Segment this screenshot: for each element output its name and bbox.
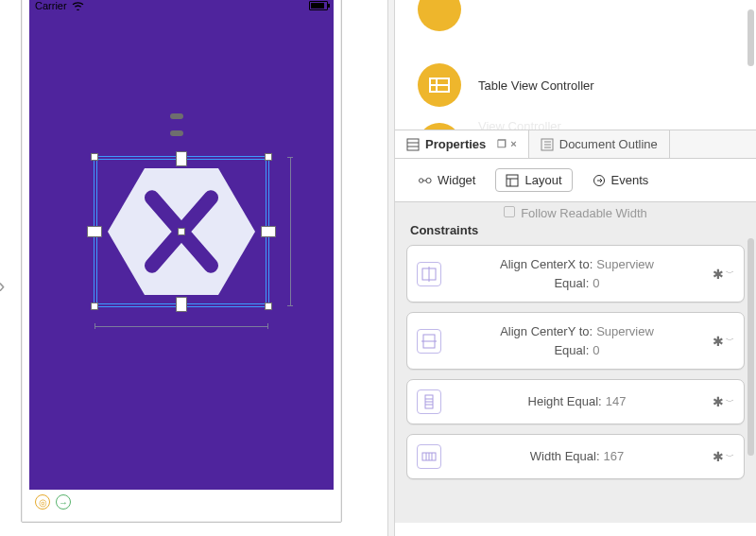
follow-label: Follow Readable Width	[521, 206, 647, 214]
subtab-widget[interactable]: Widget	[408, 168, 486, 192]
scene-dock: ◎ →	[29, 490, 334, 514]
device-screen[interactable]: Carrier	[29, 0, 334, 490]
inspector-tabs: Properties ❐ × Document Outline	[395, 130, 756, 159]
scrollbar[interactable]	[747, 238, 754, 515]
constraint-body: Height Equal:147	[451, 392, 703, 411]
resize-handle[interactable]	[176, 297, 187, 312]
library-item-label: Table View Controller	[478, 78, 594, 93]
carrier-label: Carrier	[35, 0, 67, 11]
nav-prev-arrow[interactable]: ›	[0, 274, 5, 299]
follow-readable-width-row[interactable]: Follow Readable Width	[406, 202, 745, 217]
device-frame: Carrier	[21, 0, 342, 523]
view-controller-icon	[418, 123, 461, 130]
tab-label: Properties	[425, 137, 486, 151]
exitpoint-icon[interactable]: →	[56, 494, 71, 510]
constraints-header: Constraints	[406, 217, 745, 245]
library-item[interactable]: Table View Controller	[418, 57, 747, 113]
height-measure-icon	[290, 157, 291, 306]
resize-handle[interactable]	[87, 226, 102, 237]
subtab-label: Layout	[524, 173, 561, 187]
events-icon	[593, 174, 606, 187]
scrollbar[interactable]	[747, 0, 754, 130]
close-icon[interactable]: ×	[510, 138, 516, 150]
constraint-card[interactable]: Align CenterX to:Superview Equal:0 ✱﹀	[406, 245, 745, 303]
status-bar: Carrier	[29, 0, 334, 14]
resize-handle[interactable]	[265, 153, 272, 161]
constraint-bone-icon	[170, 113, 183, 119]
resize-handle[interactable]	[176, 151, 187, 166]
library-item[interactable]	[418, 0, 747, 57]
outline-icon	[541, 138, 554, 151]
constraint-card[interactable]: Width Equal:167 ✱﹀	[406, 434, 745, 479]
resize-handle[interactable]	[91, 303, 98, 310]
resize-handle[interactable]	[265, 303, 272, 310]
splitter[interactable]	[387, 0, 395, 536]
inspector-subtabs: Widget Layout Events	[395, 159, 756, 201]
controller-icon	[418, 0, 461, 31]
subtab-layout[interactable]: Layout	[495, 168, 572, 192]
align-centerx-icon	[417, 262, 441, 286]
svg-point-8	[419, 178, 422, 182]
constraint-card[interactable]: Height Equal:147 ✱﹀	[406, 379, 745, 424]
subtab-label: Widget	[438, 173, 475, 187]
detach-icon[interactable]: ❐	[497, 138, 507, 150]
svg-point-9	[426, 178, 431, 182]
tableview-controller-icon	[418, 63, 461, 107]
wifi-icon	[72, 1, 84, 10]
svg-rect-11	[507, 175, 518, 186]
library-item[interactable]: View Controller	[418, 113, 747, 130]
gear-icon[interactable]: ✱﹀	[713, 449, 734, 464]
resize-handle[interactable]	[91, 153, 98, 161]
gear-icon[interactable]: ✱﹀	[713, 334, 734, 349]
layout-panel: Follow Readable Width Constraints Align …	[395, 201, 756, 523]
svg-rect-1	[407, 139, 419, 150]
tab-properties[interactable]: Properties ❐ ×	[395, 130, 529, 158]
height-constraint-icon	[417, 389, 441, 414]
constraint-card[interactable]: Align CenterY to:Superview Equal:0 ✱﹀	[406, 312, 745, 370]
subtab-events[interactable]: Events	[582, 168, 660, 192]
tab-document-outline[interactable]: Document Outline	[529, 130, 670, 158]
object-library[interactable]: Table View Controller View Controller	[395, 0, 756, 130]
subtab-label: Events	[611, 173, 649, 187]
checkbox[interactable]	[504, 206, 515, 217]
entrypoint-icon[interactable]: ◎	[35, 494, 50, 510]
layout-icon	[506, 174, 519, 187]
resize-handle[interactable]	[261, 226, 276, 237]
width-measure-icon	[94, 326, 268, 327]
widget-icon	[419, 174, 432, 187]
constraint-bone-icon	[170, 130, 183, 136]
constraint-body: Align CenterX to:Superview Equal:0	[451, 255, 703, 292]
right-panel: Table View Controller View Controller Pr…	[395, 0, 756, 536]
selected-imageview[interactable]	[94, 156, 269, 307]
align-centery-icon	[417, 329, 441, 354]
constraint-body: Width Equal:167	[451, 447, 703, 466]
battery-icon	[309, 1, 328, 10]
library-item-label: View Controller	[478, 119, 561, 131]
constraint-body: Align CenterY to:Superview Equal:0	[451, 322, 703, 359]
canvas-area: › Carrier	[0, 0, 387, 536]
center-handle[interactable]	[178, 228, 185, 235]
width-constraint-icon	[417, 444, 441, 469]
properties-icon	[406, 138, 420, 151]
tab-label: Document Outline	[559, 137, 658, 151]
gear-icon[interactable]: ✱﹀	[713, 267, 734, 282]
gear-icon[interactable]: ✱﹀	[713, 394, 734, 409]
